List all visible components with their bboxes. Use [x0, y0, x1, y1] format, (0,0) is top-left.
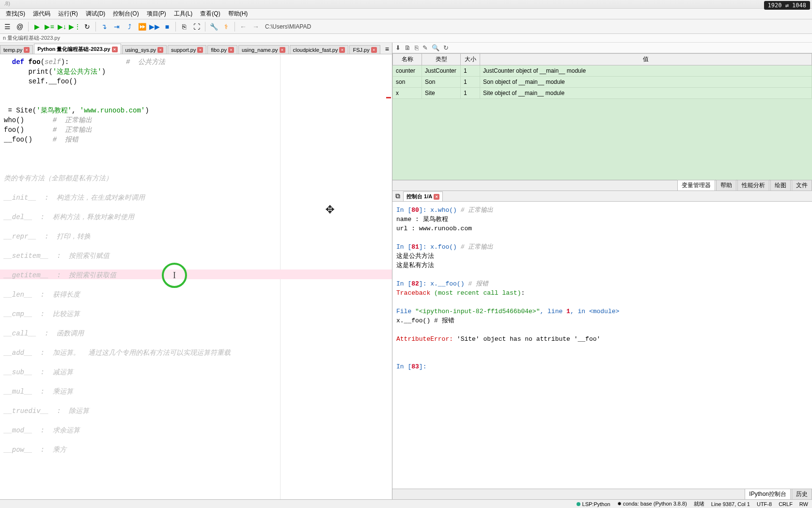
close-icon[interactable]: ×	[157, 47, 163, 53]
variable-explorer[interactable]: 名称 类型 大小 值 counterJustCounter1JustCounte…	[392, 53, 812, 180]
close-icon[interactable]: ×	[339, 47, 345, 53]
close-icon[interactable]: ×	[371, 47, 377, 53]
editor-tabs: temp.py× Python 量化编程基础-2023.py× using_sy…	[0, 43, 392, 54]
debug-step-into-button[interactable]: ↴	[99, 21, 109, 32]
debug-step-over-button[interactable]: ⇥	[111, 21, 122, 32]
run-cell-button[interactable]: ▶≡	[44, 21, 55, 32]
menu-debug[interactable]: 调试(D)	[82, 9, 109, 19]
menu-bar[interactable]: 查找(S) 源代码 运行(R) 调试(D) 控制台(O) 项目(P) 工具(L)…	[0, 9, 812, 19]
nav-forward-button[interactable]: →	[250, 21, 261, 32]
stop-button[interactable]: ■	[162, 21, 172, 32]
resolution-badge: 1920 ⇄ 1048	[764, 1, 810, 10]
editor-pane: temp.py× Python 量化编程基础-2023.py× using_sy…	[0, 43, 392, 499]
tab-variable-explorer[interactable]: 变量管理器	[677, 180, 715, 190]
close-icon[interactable]: ×	[197, 47, 203, 53]
menu-console[interactable]: 控制台(O)	[109, 9, 142, 19]
status-cursor-pos: Line 9387, Col 1	[711, 501, 750, 507]
col-size[interactable]: 大小	[461, 54, 480, 65]
tab-support[interactable]: support.py×	[168, 45, 206, 54]
menu-find[interactable]: 查找(S)	[2, 9, 29, 19]
move-cursor-icon: ✥	[326, 205, 334, 214]
table-row[interactable]: xSite1Site object of __main__ module	[393, 88, 812, 99]
download-icon[interactable]: ⬇	[395, 44, 401, 51]
maximize-button[interactable]: ⛶	[191, 21, 202, 32]
menu-source[interactable]: 源代码	[29, 9, 54, 19]
menu-tools[interactable]: 工具(L)	[170, 9, 197, 19]
run-selection-button[interactable]: ▶⋮	[69, 21, 80, 32]
col-name[interactable]: 名称	[393, 54, 422, 65]
tab-cloudpickle[interactable]: cloudpickle_fast.py×	[290, 45, 349, 54]
status-conda[interactable]: ✹ conda: base (Python 3.8.8)	[617, 501, 687, 507]
detach-icon[interactable]: ⧉	[394, 191, 401, 201]
right-pane: ⬇ 🗎 ⎘ ✎ 🔍 ↻ 名称 类型 大小 值 counterJustCounte…	[392, 43, 812, 499]
console-pane: ⧉ 控制台 1/A × In [80]: x.who() # 正常输出 name…	[392, 191, 812, 499]
tab-profiler[interactable]: 性能分析	[737, 180, 769, 190]
toolbar: ☰ @ ▶ ▶≡ ▶↓ ▶⋮ ↻ ↴ ⇥ ⤴ ⏩ ▶▶ ■ ⎘ ⛶ 🔧 ⚕ ← …	[0, 19, 812, 34]
tab-ipython-console[interactable]: IPython控制台	[745, 489, 791, 499]
run-file-button[interactable]: ▶	[31, 21, 42, 32]
right-pane-tabs: 变量管理器 帮助 性能分析 绘图 文件	[392, 180, 812, 191]
close-icon[interactable]: ×	[434, 194, 439, 200]
close-icon[interactable]: ×	[228, 47, 234, 53]
nav-back-button[interactable]: ←	[238, 21, 249, 32]
status-eol[interactable]: CRLF	[779, 501, 793, 507]
table-row[interactable]: counterJustCounter1JustCounter object of…	[393, 65, 812, 77]
col-type[interactable]: 类型	[422, 54, 461, 65]
tool-at-icon[interactable]: @	[15, 21, 25, 32]
search-icon[interactable]: 🔍	[432, 44, 439, 51]
save-icon[interactable]: 🗎	[405, 44, 411, 51]
status-mem: 就绪	[694, 500, 704, 508]
tab-fsj[interactable]: FSJ.py×	[349, 45, 380, 54]
console-bottom-tabs: IPython控制台 历史	[392, 489, 812, 499]
tab-files[interactable]: 文件	[792, 180, 812, 190]
debug-continue-button[interactable]: ⏩	[137, 21, 147, 32]
console-tab[interactable]: 控制台 1/A ×	[403, 191, 443, 201]
window-titlebar: .8)	[0, 0, 812, 9]
working-dir-path[interactable]: C:\Users\MIAPAD	[265, 23, 311, 30]
copy-icon[interactable]: ⎘	[415, 44, 419, 51]
code-editor[interactable]: def foo(self): # 公共方法 print('这是公共方法') se…	[0, 54, 392, 499]
title-text: .8)	[4, 0, 10, 6]
variable-toolbar: ⬇ 🗎 ⎘ ✎ 🔍 ↻	[392, 43, 812, 53]
tab-plots[interactable]: 绘图	[770, 180, 791, 190]
status-rw: RW	[799, 501, 808, 507]
refresh-icon[interactable]: ↻	[443, 44, 449, 51]
status-encoding[interactable]: UTF-8	[757, 501, 772, 507]
close-icon[interactable]: ×	[24, 47, 30, 53]
edit-icon[interactable]: ✎	[422, 44, 428, 51]
col-value[interactable]: 值	[480, 54, 812, 65]
close-icon[interactable]: ×	[280, 47, 285, 53]
exit-debug-button[interactable]: ⎘	[179, 21, 189, 32]
table-row[interactable]: sonSon1Son object of __main__ module	[393, 77, 812, 88]
run-cell-advance-button[interactable]: ▶↓	[57, 21, 67, 32]
close-icon[interactable]: ×	[112, 47, 118, 52]
console-tabs: ⧉ 控制台 1/A ×	[392, 191, 812, 202]
python-icon[interactable]: ⚕	[221, 21, 232, 32]
tab-main-file[interactable]: Python 量化编程基础-2023.py×	[34, 44, 121, 54]
menu-run[interactable]: 运行(R)	[54, 9, 82, 19]
tab-history[interactable]: 历史	[792, 489, 812, 499]
menu-help[interactable]: 帮助(H)	[224, 9, 252, 19]
status-bar: LSP:Python ✹ conda: base (Python 3.8.8) …	[0, 499, 812, 508]
debug-step-out-button[interactable]: ⤴	[124, 21, 135, 32]
tab-temp[interactable]: temp.py×	[0, 45, 33, 54]
tab-fibo[interactable]: fibo.py×	[207, 45, 237, 54]
click-indicator: I	[162, 263, 187, 288]
ipython-console[interactable]: In [80]: x.who() # 正常输出 name : 菜鸟教程 url …	[392, 202, 812, 489]
breadcrumb: n 量化编程基础-2023.py	[0, 34, 812, 43]
tab-using-sys[interactable]: using_sys.py×	[122, 45, 167, 54]
rerun-button[interactable]: ↻	[82, 21, 93, 32]
tab-help[interactable]: 帮助	[716, 180, 736, 190]
tool-list-icon[interactable]: ☰	[2, 21, 13, 32]
menu-view[interactable]: 查看(Q)	[196, 9, 224, 19]
status-lsp[interactable]: LSP:Python	[577, 501, 610, 507]
tab-overflow-icon[interactable]: ≡	[382, 44, 392, 54]
tab-using-name[interactable]: using_name.py×	[238, 45, 289, 54]
wrench-icon[interactable]: 🔧	[208, 21, 219, 32]
debug-fastforward-button[interactable]: ▶▶	[149, 21, 160, 32]
menu-project[interactable]: 项目(P)	[143, 9, 170, 19]
